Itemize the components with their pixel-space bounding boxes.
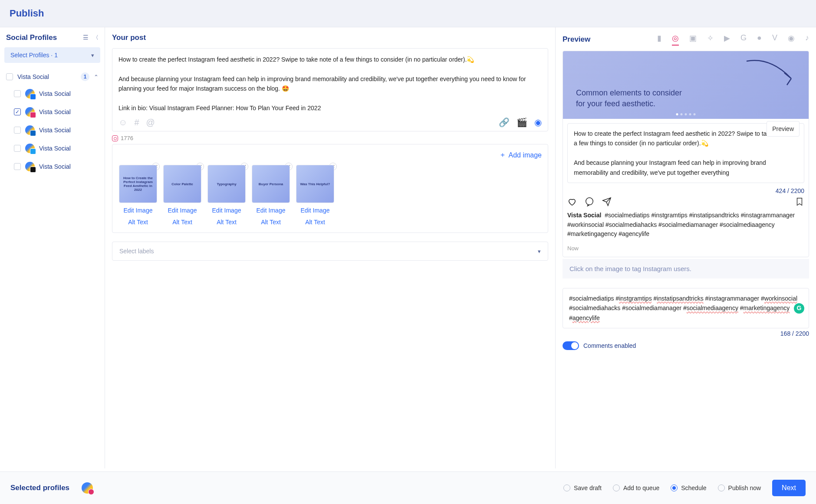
video-icon[interactable]: 🎬 <box>517 117 527 128</box>
twitter-tab-icon[interactable]: ✧ <box>707 33 714 46</box>
tag-users-hint[interactable]: Click on the image to tag Instagram user… <box>563 259 809 278</box>
comments-toggle[interactable] <box>563 341 579 350</box>
profile-name: Vista Social <box>39 163 71 170</box>
reddit-tab-icon[interactable]: ● <box>757 33 762 46</box>
preview-hero-image[interactable]: Common elements to consider for your fee… <box>563 51 809 119</box>
alt-text-link[interactable]: Alt Text <box>305 218 325 226</box>
first-comment-input[interactable]: #socialmediatips #instgramtips #instatip… <box>563 288 809 328</box>
group-checkbox[interactable] <box>6 73 13 80</box>
mention-icon[interactable]: @ <box>146 118 155 128</box>
add-image-button[interactable]: ＋ Add image <box>118 151 542 160</box>
profile-name: Vista Social <box>39 127 71 134</box>
comments-toggle-row: Comments enabled <box>563 341 809 350</box>
avatar-twitter <box>25 144 35 153</box>
linkedin-tab-icon[interactable]: ▣ <box>689 33 697 46</box>
profile-name: Vista Social <box>39 108 71 115</box>
avatar-facebook <box>25 89 35 98</box>
emoji-icon[interactable]: ☺ <box>118 118 127 128</box>
comment-icon[interactable] <box>585 197 594 206</box>
profile-group-header[interactable]: Vista Social 1 ⌃ <box>4 69 100 85</box>
alt-text-link[interactable]: Alt Text <box>217 218 237 226</box>
preview-badge[interactable]: Preview <box>767 121 800 137</box>
page-title: Publish <box>10 8 806 19</box>
profile-item-linkedin[interactable]: Vista Social <box>4 121 100 139</box>
svg-point-0 <box>586 198 593 205</box>
share-icon[interactable] <box>602 197 612 206</box>
thumb-image[interactable]: Buyer Persona <box>252 165 290 203</box>
facebook-tab-icon[interactable]: ▮ <box>657 33 661 46</box>
avatar-linkedin <box>25 125 35 135</box>
profile-name: Vista Social <box>39 145 71 152</box>
preview-username: Vista Social <box>567 212 601 219</box>
thumbnail[interactable]: ✕ Typography Edit Image Alt Text <box>207 165 246 226</box>
plus-icon: ＋ <box>499 151 506 160</box>
preview-timestamp: Now <box>563 243 809 257</box>
chevron-down-icon: ▾ <box>538 248 541 255</box>
caption-inline: Vista Social #socialmediatips #instgramt… <box>563 211 809 243</box>
grammarly-icon[interactable]: G <box>794 303 804 314</box>
profile-checkbox[interactable] <box>14 108 21 115</box>
preview-hashtags-inline: #socialmediatips #instgramtips #instatip… <box>567 212 795 237</box>
platform-tabs: ▮ ◎ ▣ ✧ ▶ G ● V ◉ ♪ <box>657 33 809 46</box>
chevron-down-icon: ▾ <box>91 52 94 59</box>
comments-toggle-label: Comments enabled <box>583 342 636 349</box>
link-icon[interactable]: 🔗 <box>499 117 510 128</box>
select-labels-dropdown[interactable]: Select labels ▾ <box>112 242 548 261</box>
google-tab-icon[interactable]: G <box>740 33 747 46</box>
youtube-tab-icon[interactable]: ▶ <box>724 33 730 46</box>
alt-text-link[interactable]: Alt Text <box>172 218 192 226</box>
sidebar-title: Social Profiles <box>6 33 57 42</box>
instagram-actions <box>563 197 809 211</box>
hashtag-icon[interactable]: # <box>134 118 139 128</box>
edit-image-link[interactable]: Edit Image <box>168 206 197 215</box>
thumb-image[interactable]: Color Palette <box>163 165 201 203</box>
post-editor: How to create the perfect Instagram feed… <box>112 48 548 131</box>
select-profiles-dropdown[interactable]: Select Profiles · 1 ▾ <box>4 47 100 63</box>
sidebar: Social Profiles ☰ 〈 Select Profiles · 1 … <box>0 27 105 468</box>
tiktok-tab-icon[interactable]: ♪ <box>805 33 809 46</box>
filter-icon[interactable]: ☰ <box>83 34 89 42</box>
profile-checkbox[interactable] <box>14 127 21 134</box>
thumb-image[interactable]: Was This Helpful? <box>296 165 334 203</box>
profile-checkbox[interactable] <box>14 145 21 152</box>
edit-image-link[interactable]: Edit Image <box>124 206 153 215</box>
vimeo-tab-icon[interactable]: V <box>772 33 777 46</box>
thumbnail[interactable]: ✕ How to Create the Perfect Instagram Fe… <box>118 165 158 226</box>
profile-item-tiktok[interactable]: Vista Social <box>4 157 100 176</box>
thumbnail[interactable]: ✕ Was This Helpful? Edit Image Alt Text <box>296 165 335 226</box>
preview-header: Preview ▮ ◎ ▣ ✧ ▶ G ● V ◉ ♪ <box>563 33 809 46</box>
thumbnail[interactable]: ✕ Buyer Persona Edit Image Alt Text <box>251 165 290 226</box>
profile-item-instagram[interactable]: Vista Social <box>4 103 100 121</box>
avatar-instagram <box>25 107 35 117</box>
edit-image-link[interactable]: Edit Image <box>257 206 286 215</box>
heart-icon[interactable] <box>567 197 577 206</box>
profile-item-twitter[interactable]: Vista Social <box>4 139 100 157</box>
caption-preview-text: How to create the perfect Instagram feed… <box>574 129 798 177</box>
thumbnail[interactable]: ✕ Color Palette Edit Image Alt Text <box>163 165 202 226</box>
collapse-sidebar-icon[interactable]: 〈 <box>93 34 99 42</box>
camera-icon[interactable]: ◉ <box>534 117 542 128</box>
preview-panel: Preview ▮ ◎ ▣ ✧ ▶ G ● V ◉ ♪ Common eleme… <box>556 27 816 468</box>
edit-image-link[interactable]: Edit Image <box>212 206 241 215</box>
thumb-image[interactable]: How to Create the Perfect Instagram Feed… <box>119 165 157 203</box>
edit-image-link[interactable]: Edit Image <box>301 206 330 215</box>
pinterest-tab-icon[interactable]: ◉ <box>788 33 795 46</box>
profile-name: Vista Social <box>39 90 71 97</box>
profile-checkbox[interactable] <box>14 163 21 170</box>
thumb-image[interactable]: Typography <box>207 165 246 203</box>
group-name: Vista Social <box>17 73 76 80</box>
instagram-tab-icon[interactable]: ◎ <box>672 33 679 46</box>
profile-item-facebook[interactable]: Vista Social <box>4 85 100 103</box>
sidebar-header: Social Profiles ☰ 〈 <box>4 33 100 42</box>
alt-text-link[interactable]: Alt Text <box>261 218 281 226</box>
bookmark-icon[interactable] <box>795 197 804 206</box>
hero-text-line2: for your feed aesthetic. <box>576 98 796 109</box>
alt-text-link[interactable]: Alt Text <box>128 218 148 226</box>
profile-checkbox[interactable] <box>14 90 21 97</box>
chevron-up-icon[interactable]: ⌃ <box>94 74 99 80</box>
select-profiles-label: Select Profiles · 1 <box>10 52 58 59</box>
preview-title: Preview <box>563 35 590 44</box>
arrow-icon <box>744 55 796 94</box>
post-textarea[interactable]: How to create the perfect Instagram feed… <box>118 55 542 113</box>
media-box: ＋ Add image ✕ How to Create the Perfect … <box>112 144 548 233</box>
